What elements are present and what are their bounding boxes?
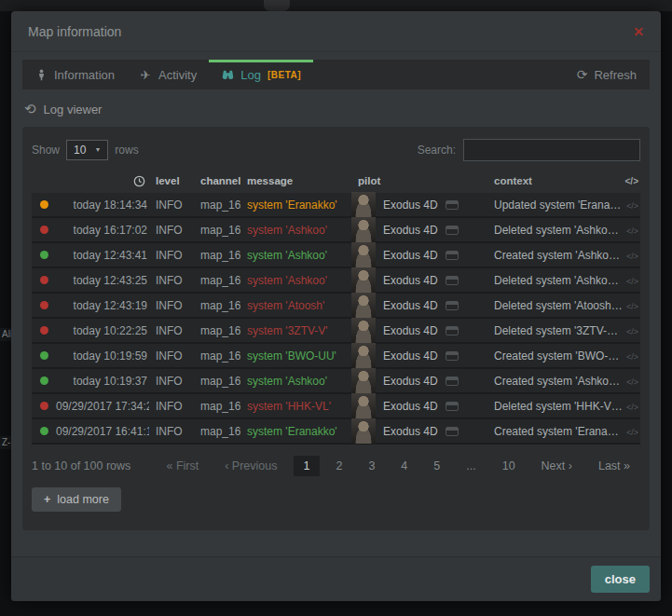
pagination-bar: 1 to 10 of 100 rows « First ‹ Previous 1…	[32, 452, 640, 480]
status-dot	[40, 301, 48, 309]
row-level: INFO	[149, 425, 194, 438]
pilot-name: Exodus 4D	[383, 249, 438, 262]
last-page-button[interactable]: Last »	[588, 456, 640, 476]
row-channel: map_16	[194, 375, 240, 388]
page-button-5[interactable]: 5	[423, 456, 450, 476]
status-dot	[40, 251, 48, 259]
row-time: today 10:22:25	[56, 324, 149, 337]
refresh-button[interactable]: ⟳ Refresh	[564, 60, 650, 89]
row-time: today 10:19:37	[56, 375, 149, 388]
page-ellipsis: ...	[456, 456, 486, 476]
header-pilot[interactable]: pilot	[351, 175, 487, 186]
code-icon: </>	[626, 277, 638, 286]
row-level: INFO	[149, 375, 194, 388]
table-row[interactable]: 09/29/2017 17:34:25 INFO map_16 system '…	[32, 394, 640, 419]
tab-label: Log	[240, 68, 261, 82]
tab-information[interactable]: Information	[22, 60, 127, 89]
row-channel: map_16	[194, 400, 240, 413]
dialog-footer: close	[11, 556, 661, 601]
close-icon[interactable]: ✕	[633, 24, 644, 39]
table-row[interactable]: today 12:43:41 INFO map_16 system 'Ashko…	[32, 243, 640, 268]
tab-activity[interactable]: ✈ Activity	[127, 60, 209, 89]
load-more-button[interactable]: + load more	[32, 487, 121, 512]
row-channel: map_16	[194, 249, 240, 262]
header-context[interactable]: context	[487, 175, 623, 186]
row-time: 09/29/2017 17:34:25	[56, 400, 149, 413]
status-dot	[40, 351, 48, 360]
pilot-name: Exodus 4D	[383, 274, 438, 287]
row-channel: map_16	[194, 324, 240, 337]
header-message[interactable]: message	[240, 175, 351, 186]
header-level[interactable]: level	[149, 175, 194, 186]
code-icon: </>	[626, 428, 638, 437]
row-time: 09/29/2017 16:41:17	[56, 425, 149, 438]
row-message: system 'Eranakko'	[240, 198, 351, 212]
pagination-summary: 1 to 10 of 100 rows	[32, 459, 130, 472]
pilot-avatar	[351, 293, 376, 318]
table-row[interactable]: today 10:19:37 INFO map_16 system 'Ashko…	[32, 369, 640, 394]
status-dot	[40, 402, 48, 410]
page-button-1[interactable]: 1	[294, 456, 321, 476]
page-button-4[interactable]: 4	[391, 456, 418, 476]
pilot-avatar	[351, 393, 376, 418]
pagination: « First ‹ Previous 12345...10 Next › Las…	[156, 456, 640, 476]
row-channel: map_16	[194, 425, 240, 438]
row-message: system 'Ashkoo'	[240, 375, 351, 388]
close-button[interactable]: close	[591, 566, 650, 593]
code-icon: </>	[626, 377, 638, 387]
portrait-card-icon	[446, 326, 459, 335]
row-time: today 12:43:25	[56, 274, 149, 287]
tab-log[interactable]: Log [BETA]	[209, 60, 313, 89]
row-context: Created system 'BWO-UU'...	[487, 349, 623, 363]
pilot-avatar	[351, 418, 376, 444]
row-context: Updated system 'Eranakk...	[487, 198, 623, 212]
row-context: Created system 'Eranakko...	[487, 425, 623, 438]
load-more-label: load more	[57, 493, 109, 506]
search-label: Search:	[418, 144, 456, 157]
status-dot	[40, 326, 48, 335]
log-table-body: today 18:14:34 INFO map_16 system 'Erana…	[32, 193, 640, 445]
header-channel[interactable]: channel	[194, 175, 240, 186]
table-row[interactable]: 09/29/2017 16:41:17 INFO map_16 system '…	[32, 419, 640, 445]
first-page-button[interactable]: « First	[156, 456, 209, 476]
row-message: system 'Ashkoo'	[240, 224, 351, 237]
search-input[interactable]	[463, 139, 640, 161]
row-channel: map_16	[194, 274, 240, 287]
portrait-card-icon	[446, 301, 459, 310]
plane-icon: ✈	[139, 68, 152, 81]
previous-page-button[interactable]: ‹ Previous	[214, 456, 287, 476]
page-size-value: 10	[74, 144, 86, 157]
table-controls: Show 10 ▼ rows Search:	[32, 136, 640, 163]
portrait-card-icon	[446, 276, 459, 285]
row-message: system 'Eranakko'	[240, 425, 351, 438]
dialog-header: Map information ✕	[11, 11, 661, 52]
code-icon: </>	[626, 201, 638, 211]
page-button-10[interactable]: 10	[492, 456, 526, 476]
row-context: Deleted system 'Atoosh' #...	[487, 299, 623, 312]
row-context: Deleted system 'Ashkoo' ...	[487, 274, 623, 287]
pilot-name: Exodus 4D	[383, 425, 438, 438]
row-context: Created system 'Ashkoo' ...	[487, 249, 623, 262]
page-button-3[interactable]: 3	[358, 456, 385, 476]
table-row[interactable]: today 16:17:02 INFO map_16 system 'Ashko…	[32, 218, 640, 243]
row-message: system 'BWO-UU'	[240, 349, 351, 363]
page-button-2[interactable]: 2	[325, 456, 352, 476]
status-dot	[40, 276, 48, 284]
page-size-select[interactable]: 10 ▼	[66, 140, 108, 160]
next-page-button[interactable]: Next ›	[531, 456, 583, 476]
code-icon[interactable]: </>	[625, 176, 638, 186]
row-time: today 10:19:59	[56, 349, 149, 363]
table-row[interactable]: today 10:19:59 INFO map_16 system 'BWO-U…	[32, 344, 640, 369]
status-dot	[40, 427, 48, 435]
pilot-avatar	[351, 242, 376, 267]
clock-icon[interactable]	[56, 175, 149, 187]
row-message: system 'HHK-VL'	[240, 400, 351, 413]
table-row[interactable]: today 12:43:25 INFO map_16 system 'Ashko…	[32, 268, 640, 294]
refresh-icon: ⟳	[577, 67, 588, 82]
code-icon: </>	[626, 252, 638, 261]
portrait-card-icon	[446, 402, 459, 411]
table-row[interactable]: today 12:43:19 INFO map_16 system 'Atoos…	[32, 294, 640, 319]
table-row[interactable]: today 18:14:34 INFO map_16 system 'Erana…	[32, 193, 640, 218]
table-row[interactable]: today 10:22:25 INFO map_16 system '3ZTV-…	[32, 319, 640, 344]
plus-icon: +	[44, 493, 50, 506]
